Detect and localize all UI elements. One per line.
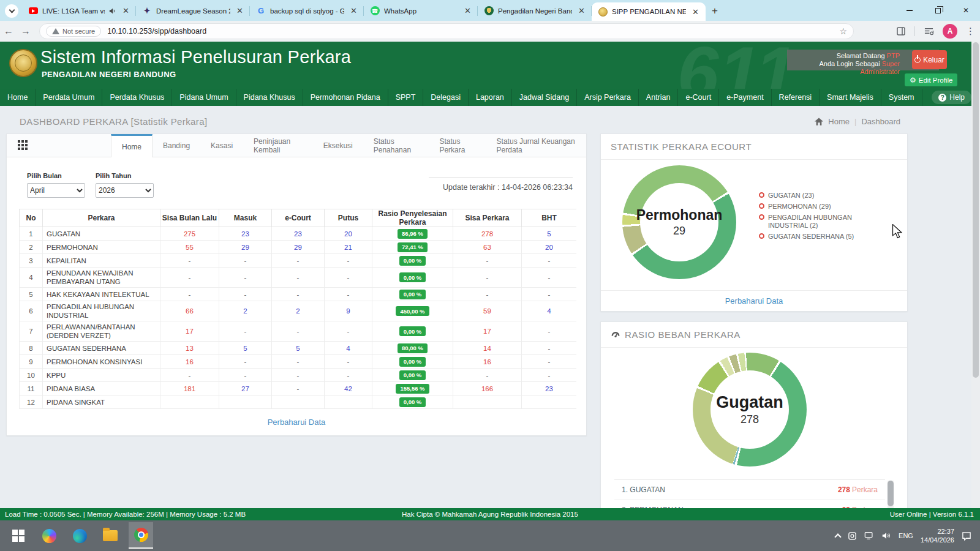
nav-item-perdata-umum[interactable]: Perdata Umum — [36, 89, 102, 106]
table-row: 11PIDANA BIASA18127-42155,56 %16623 — [20, 382, 577, 395]
window-controls: ✕ — [895, 0, 980, 21]
ecourt-donut-chart[interactable]: Permohonan 29 — [622, 165, 736, 279]
nav-item-jadwal-sidang[interactable]: Jadwal Sidang — [512, 89, 577, 106]
cell-bht: 4 — [522, 301, 577, 321]
tab-close-icon[interactable]: ✕ — [690, 7, 701, 17]
refresh-data-link[interactable]: Perbaharui Data — [7, 418, 586, 427]
tab-close-icon[interactable]: ✕ — [349, 6, 359, 15]
main-nav: HomePerdata UmumPerdata KhususPidana Umu… — [0, 89, 980, 106]
tab-close-icon[interactable]: ✕ — [121, 6, 131, 15]
tab-status-penahanan[interactable]: Status Penahanan — [363, 134, 429, 157]
cell-masuk: - — [219, 268, 272, 288]
nav-item-system[interactable]: System — [881, 89, 922, 106]
network-icon[interactable] — [864, 531, 874, 540]
cell-perkara: PIDANA BIASA — [43, 382, 160, 395]
legend-item[interactable]: PENGADILAN HUBUNGAN INDUSTRIAL (2) — [759, 214, 875, 230]
nav-item-arsip-perkara[interactable]: Arsip Perkara — [577, 89, 639, 106]
cell-rasio: 0,00 % — [372, 268, 453, 288]
nav-item-antrian[interactable]: Antrian — [639, 89, 679, 106]
logout-button[interactable]: Keluar — [912, 50, 947, 69]
copilot-button[interactable] — [37, 522, 61, 549]
browser-tab[interactable]: ✦DreamLeague Season 29: Easte✕ — [136, 1, 250, 21]
media-controls-icon[interactable] — [924, 27, 934, 36]
new-tab-button[interactable]: + — [706, 5, 725, 21]
scrollbar-thumb[interactable] — [888, 481, 894, 506]
cell-ecourt: - — [272, 382, 325, 395]
volume-icon[interactable] — [881, 531, 891, 540]
cell-bht: - — [522, 355, 577, 369]
clock[interactable]: 22:37 14/04/2026 — [921, 527, 954, 544]
court-logo — [9, 49, 37, 77]
ratio-list-item[interactable]: 1. GUGATAN278Perkara — [614, 479, 885, 500]
tab-close-icon[interactable]: ✕ — [462, 6, 473, 15]
cell-rasio: 0,00 % — [372, 395, 453, 409]
nav-item-referensi[interactable]: Referensi — [772, 89, 820, 106]
tab-banding[interactable]: Banding — [153, 134, 200, 157]
table-row: 4PENUNDAAN KEWAJIBAN PEMBAYARAN UTANG---… — [20, 268, 577, 288]
tab-search-button[interactable] — [5, 4, 18, 18]
nav-item-permohonan-pidana[interactable]: Permohonan Pidana — [303, 89, 388, 106]
browser-tab[interactable]: Gbackup sql di sqlyog - Google S✕ — [250, 1, 364, 21]
page-scrollbar[interactable] — [971, 42, 980, 508]
tab-kasasi[interactable]: Kasasi — [200, 134, 243, 157]
windows-icon — [12, 530, 24, 542]
tab-peninjauan-kembali[interactable]: Peninjauan Kembali — [243, 134, 313, 157]
year-select[interactable]: 2026 — [96, 183, 154, 198]
help-button[interactable]: ? Help — [932, 91, 971, 104]
restore-button[interactable] — [924, 0, 952, 21]
back-button[interactable]: ← — [0, 26, 17, 37]
grid-menu-icon[interactable] — [18, 140, 28, 151]
legend-item[interactable]: PERMOHONAN (29) — [759, 203, 875, 211]
nav-item-delegasi[interactable]: Delegasi — [423, 89, 469, 106]
minimize-button[interactable] — [895, 0, 924, 21]
browser-tab[interactable]: ☎WhatsApp✕ — [364, 1, 478, 21]
scrollbar-thumb[interactable] — [973, 42, 979, 378]
tab-eksekusi[interactable]: Eksekusi — [313, 134, 363, 157]
language-indicator[interactable]: ENG — [899, 532, 913, 539]
notification-icon[interactable] — [962, 531, 971, 541]
forward-button[interactable]: → — [17, 26, 34, 37]
edge-button[interactable] — [67, 522, 92, 549]
nav-item-e-payment[interactable]: e-Payment — [719, 89, 771, 106]
nav-item-sppt[interactable]: SPPT — [388, 89, 424, 106]
nav-item-smart-majelis[interactable]: Smart Majelis — [820, 89, 881, 106]
start-button[interactable] — [6, 522, 31, 549]
ratio-donut-chart[interactable]: Gugatan 278 — [693, 353, 807, 467]
nav-item-e-court[interactable]: e-Court — [678, 89, 719, 106]
legend-item[interactable]: GUGATAN SEDERHANA (5) — [759, 233, 875, 241]
cell-masuk: 5 — [219, 342, 272, 355]
tray-app-icon[interactable] — [848, 531, 857, 541]
nav-item-laporan[interactable]: Laporan — [469, 89, 512, 106]
nav-item-home[interactable]: Home — [0, 89, 36, 106]
tab-close-icon[interactable]: ✕ — [235, 6, 245, 15]
cell-sisa-perkara: - — [453, 254, 522, 268]
nav-item-pidana-umum[interactable]: Pidana Umum — [172, 89, 236, 106]
cell-bht: - — [522, 321, 577, 342]
tab-audio-icon[interactable] — [109, 7, 116, 15]
tray-expand-icon[interactable] — [834, 533, 841, 540]
nav-item-pidana-khusus[interactable]: Pidana Khusus — [236, 89, 303, 106]
url-text: 10.10.10.253/sipp/dashboard — [107, 27, 206, 36]
tab-status-perkara[interactable]: Status Perkara — [429, 134, 486, 157]
address-bar[interactable]: Not secure 10.10.10.253/sipp/dashboard ☆ — [39, 23, 854, 39]
browser-menu-icon[interactable]: ⋮ — [966, 26, 975, 37]
side-panel-icon[interactable] — [896, 26, 906, 36]
chrome-button[interactable] — [129, 522, 153, 549]
browser-tab[interactable]: LIVE: L1GA Team vs BetBoo✕ — [22, 1, 136, 21]
profile-avatar[interactable]: A — [943, 24, 957, 39]
close-button[interactable]: ✕ — [952, 0, 980, 21]
browser-tab[interactable]: Pengadilan Negeri Bandung✕ — [478, 1, 592, 21]
tab-close-icon[interactable]: ✕ — [576, 6, 587, 15]
month-select[interactable]: April — [27, 183, 85, 198]
browser-tab[interactable]: SIPP PENGADILAN NEGERI BAN✕ — [592, 2, 706, 21]
tab-status-jurnal-keuangan-perdata[interactable]: Status Jurnal Keuangan Perdata — [486, 134, 586, 157]
legend-item[interactable]: GUGATAN (23) — [759, 192, 875, 200]
ecourt-refresh-link[interactable]: Perbaharui Data — [601, 290, 907, 311]
not-secure-chip[interactable]: Not secure — [46, 26, 101, 37]
bookmark-star-icon[interactable]: ☆ — [839, 26, 847, 36]
nav-item-perdata-khusus[interactable]: Perdata Khusus — [102, 89, 172, 106]
breadcrumb-home[interactable]: Home — [828, 117, 850, 126]
tab-home[interactable]: Home — [111, 134, 153, 157]
edit-profile-button[interactable]: ⚙ Edit Profile — [905, 73, 957, 86]
file-explorer-button[interactable] — [98, 522, 123, 549]
